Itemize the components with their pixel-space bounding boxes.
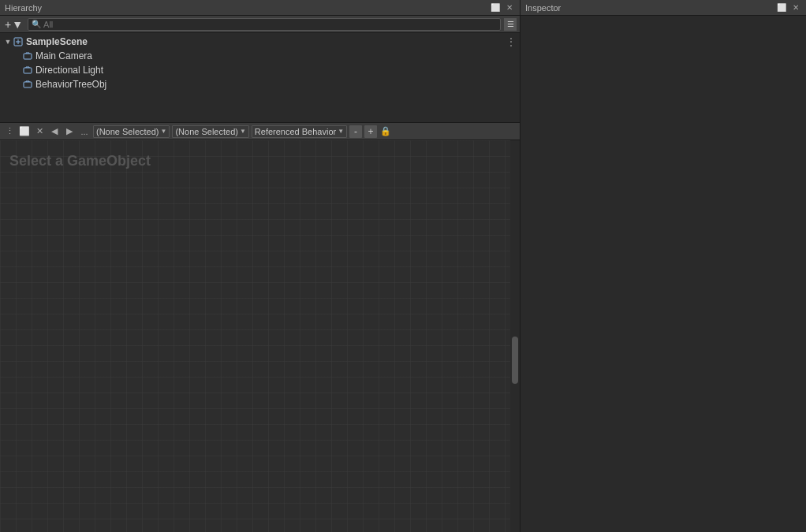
inspector-header-icons: ⬜ ✕ [776,2,801,13]
hierarchy-item-label-3: BehaviorTreeObj [35,79,106,90]
none-selected-1-label: (None Selected) [96,127,159,136]
scrollbar-thumb[interactable] [512,337,518,384]
behavior-lock-button[interactable]: 🔒 [379,125,392,138]
hierarchy-panel: Hierarchy ⬜ ✕ + ▼ 🔍 ☰ ▼ [0,0,520,122]
dropdown-arrow-1: ▼ [161,128,167,135]
add-dropdown-arrow: ▼ [12,18,23,31]
behavior-panel-close-button[interactable]: ✕ [33,125,46,138]
scrollbar-track [510,140,520,532]
left-panel: Hierarchy ⬜ ✕ + ▼ 🔍 ☰ ▼ [0,0,521,532]
referenced-behavior-label: Referenced Behavior [255,127,336,136]
hierarchy-maximize-button[interactable]: ⬜ [490,2,501,13]
inspector-maximize-button[interactable]: ⬜ [776,2,787,13]
grid-background [0,140,520,532]
behavior-nav-next-button[interactable]: ▶ [63,125,76,138]
scene-menu-icon[interactable]: ⋮ [506,35,517,48]
select-gameobject-text: Select a GameObject [9,153,151,169]
scene-name-label: SampleScene [26,36,88,47]
hierarchy-add-button[interactable]: + ▼ [3,18,24,31]
plus-icon: + [5,18,11,31]
game-object-icon [22,50,33,61]
hierarchy-close-button[interactable]: ✕ [504,2,515,13]
behavior-tree-content: Select a GameObject [0,140,520,532]
svg-rect-3 [24,54,32,59]
behavior-panel-dots-button[interactable]: ⋮ [3,125,16,138]
hierarchy-item-behavior-tree-obj[interactable]: BehaviorTreeObj [0,77,520,91]
inspector-header: Inspector ⬜ ✕ [521,0,806,16]
hierarchy-filter-button[interactable]: ☰ [504,18,517,31]
none-selected-2-label: (None Selected) [175,127,238,136]
hierarchy-search-input[interactable] [43,20,497,29]
hierarchy-search-bar: 🔍 [28,18,501,31]
inspector-close-button[interactable]: ✕ [790,2,801,13]
dropdown-arrow-2: ▼ [240,128,246,135]
inspector-content [521,16,806,532]
svg-rect-4 [24,68,32,73]
hierarchy-title: Hierarchy [5,3,490,13]
hierarchy-header: Hierarchy ⬜ ✕ [0,0,520,16]
behavior-tree-header: ⋮ ⬜ ✕ ◀ ▶ ... (None Selected) ▼ (None Se… [0,123,520,140]
behavior-nav-prev-button[interactable]: ◀ [48,125,61,138]
hierarchy-item-main-camera[interactable]: Main Camera [0,49,520,63]
behavior-minus-button[interactable]: - [349,125,362,138]
behavior-none-selected-2-dropdown[interactable]: (None Selected) ▼ [172,125,248,138]
hierarchy-toolbar: + ▼ 🔍 ☰ [0,16,520,33]
game-object-icon-3 [22,79,33,90]
inspector-panel: Inspector ⬜ ✕ [521,0,806,532]
behavior-nav-dots-button[interactable]: ... [78,125,91,138]
search-icon: 🔍 [32,20,41,28]
dropdown-arrow-3: ▼ [338,128,344,135]
game-object-icon-2 [22,65,33,76]
hierarchy-item-directional-light[interactable]: Directional Light [0,63,520,77]
hierarchy-header-icons: ⬜ ✕ [490,2,515,13]
scene-icon [13,36,24,47]
hierarchy-content: ▼ SampleScene ⋮ [0,33,520,122]
scene-expand-arrow: ▼ [3,38,13,46]
behavior-none-selected-1-dropdown[interactable]: (None Selected) ▼ [93,125,170,138]
inspector-title: Inspector [525,3,776,13]
scene-item-samplescene[interactable]: ▼ SampleScene ⋮ [0,35,520,49]
referenced-behavior-dropdown[interactable]: Referenced Behavior ▼ [252,125,347,138]
hierarchy-item-label: Main Camera [35,50,92,61]
hierarchy-item-label-2: Directional Light [35,65,103,76]
behavior-panel-maximize-button[interactable]: ⬜ [18,125,31,138]
behavior-plus-button[interactable]: + [364,125,377,138]
behavior-tree-panel: ⋮ ⬜ ✕ ◀ ▶ ... (None Selected) ▼ (None Se… [0,122,520,532]
svg-rect-5 [24,82,32,87]
